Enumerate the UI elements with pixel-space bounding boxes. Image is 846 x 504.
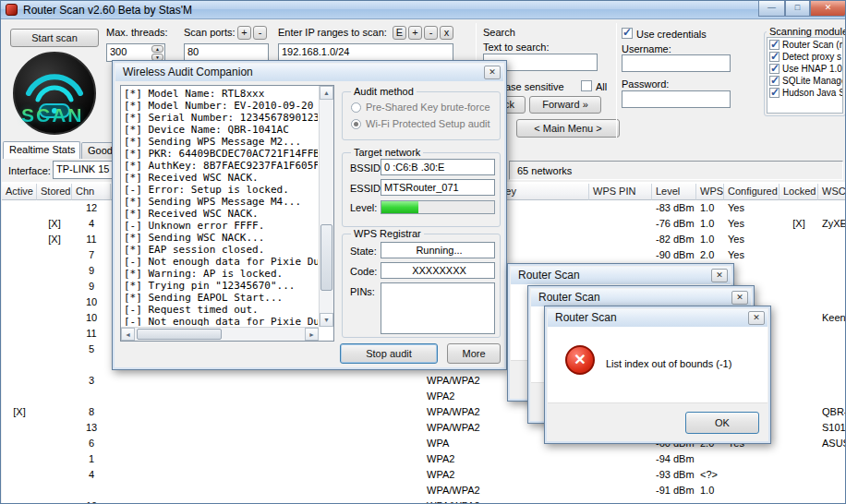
case-sensitive-label: Case sensitive [498, 81, 564, 92]
cell-wsc: QBR-1 [818, 404, 846, 420]
pins-input[interactable] [381, 282, 495, 334]
cell-wsc: S1010 [818, 420, 846, 436]
cell-security: WPA2 [423, 451, 495, 467]
search-forward-button[interactable]: Forward » [529, 96, 601, 114]
module-checkbox[interactable] [769, 40, 780, 50]
table-row[interactable]: WPA/WPA2-91 dBm1.0 [2, 483, 846, 498]
code-label: Code: [350, 266, 377, 277]
ip-clear-button[interactable]: x [440, 26, 453, 40]
audit-dialog-title[interactable]: Wireless Audit Companion [115, 64, 503, 81]
error-dialog-title[interactable]: Router Scan [511, 267, 731, 284]
audit-method-title: Audit method [351, 86, 417, 97]
minimize-button[interactable]: — [758, 1, 785, 17]
column-header-active[interactable]: Active [2, 184, 37, 200]
ip-edit-button[interactable]: E [393, 26, 406, 40]
state-value: Running... [381, 242, 495, 258]
level-progress-fill [381, 201, 418, 213]
cell-chn: 4 [72, 216, 111, 232]
table-row[interactable]: 1WPA2-94 dBm [2, 451, 846, 467]
psk-bruteforce-radio[interactable] [351, 102, 361, 113]
table-row[interactable]: 10WPA/WPA2 [2, 498, 846, 504]
error-dialog-title[interactable]: Router Scan [531, 289, 751, 306]
hscroll-thumb[interactable] [137, 329, 222, 340]
title-bar[interactable]: Router Scan v2.60 Beta by Stas'M — □ ✕ [1, 1, 845, 19]
essid-label: ESSID: [350, 183, 383, 194]
port-add-button[interactable]: + [237, 26, 251, 40]
threads-spin-up[interactable]: ▲ [151, 45, 163, 53]
ip-add-button[interactable]: + [408, 26, 422, 40]
log-hscrollbar[interactable]: ◄ ► [121, 327, 319, 341]
cell-chn: 13 [72, 420, 111, 436]
error-ok-button[interactable]: OK [685, 412, 759, 434]
column-header-chn[interactable]: Chn [72, 184, 111, 200]
state-label: State: [350, 246, 377, 257]
module-checkbox[interactable] [769, 88, 780, 98]
app-icon [6, 4, 18, 16]
use-credentials-checkbox[interactable] [622, 28, 633, 39]
essid-input[interactable]: MTSRouter_071 [381, 179, 495, 196]
password-input[interactable] [622, 90, 731, 108]
cell-wps: 1.0 [696, 232, 724, 247]
target-network-title: Target network [351, 147, 423, 158]
cell-security: WPA/WPA2 [423, 498, 495, 504]
error-dialog-close-icon[interactable]: ✕ [748, 311, 765, 325]
module-checkbox[interactable] [769, 52, 780, 62]
log-vscrollbar[interactable]: ▲ ▼ [319, 86, 333, 327]
tab-realtime-stats[interactable]: Realtime Stats [3, 141, 80, 159]
redaction-blur [221, 487, 289, 504]
scan-ports-input[interactable]: 80 [184, 43, 269, 62]
table-row[interactable]: 4WPA2-93 dBm<?> [2, 467, 846, 483]
scanning-modules-title: Scanning modules [767, 26, 846, 37]
psk-bruteforce-label: Pre-Shared Key brute-force [366, 102, 490, 113]
ip-ranges-input[interactable]: 192.168.1.0/24 [278, 43, 453, 62]
text-to-search-label: Text to search: [483, 42, 550, 53]
pins-label: PINs: [350, 286, 375, 297]
wps-audit-radio[interactable] [351, 119, 361, 129]
main-menu-button[interactable]: < Main Menu > [516, 119, 620, 138]
column-header-level[interactable]: Level [652, 184, 696, 200]
cell-chn: 12 [72, 200, 111, 216]
error-dialog-title[interactable]: Router Scan [548, 309, 767, 327]
column-header-key[interactable]: Key [495, 184, 589, 200]
start-scan-button[interactable]: Start scan [10, 29, 99, 47]
ip-remove-button[interactable]: - [424, 26, 438, 40]
module-checkbox[interactable] [769, 64, 780, 74]
column-header-configured[interactable]: Configured [724, 184, 780, 200]
scroll-up-icon[interactable]: ▲ [320, 86, 333, 100]
window-title: Router Scan v2.60 Beta by Stas'M [23, 4, 192, 17]
username-input[interactable] [622, 54, 731, 72]
scroll-left-icon[interactable]: ◄ [121, 328, 135, 341]
cell-level: -94 dBm [652, 451, 696, 467]
scroll-right-icon[interactable]: ► [305, 328, 319, 341]
ip-ranges-label: Enter IP ranges to scan: [278, 27, 387, 38]
error-dialog-close-icon[interactable]: ✕ [711, 269, 728, 282]
audit-dialog-close-icon[interactable]: ✕ [484, 66, 501, 79]
port-remove-button[interactable]: - [253, 26, 267, 40]
stop-audit-button[interactable]: Stop audit [340, 343, 438, 364]
module-item[interactable]: Hudson Java S [767, 88, 842, 100]
column-header-wps[interactable]: WPS [696, 184, 724, 200]
cell-wps: 2.0 [696, 247, 724, 263]
cell-chn: 10 [72, 498, 111, 504]
column-header-wpspin[interactable]: WPS PIN [589, 184, 652, 200]
bssid-input[interactable]: 0 :C6:B .30:E [381, 159, 495, 175]
modules-list[interactable]: Router Scan (mDetect proxy sUse HNAP 1.0… [767, 37, 843, 114]
column-header-locked[interactable]: Locked [780, 184, 818, 200]
module-checkbox[interactable] [769, 76, 780, 86]
wireless-audit-dialog: Wireless Audit Companion ✕ [*] Model Nam… [112, 60, 507, 370]
search-all-checkbox[interactable] [581, 80, 592, 91]
maximize-button[interactable]: □ [785, 1, 810, 17]
password-label: Password: [622, 78, 669, 90]
scroll-down-icon[interactable]: ▼ [320, 313, 333, 327]
audit-log-text: [*] Model Name: RTL8xxx [*] Model Number… [124, 88, 318, 326]
more-button[interactable]: More [447, 343, 501, 364]
column-header-wsc[interactable]: WSC Name [818, 184, 846, 200]
vscroll-thumb[interactable] [320, 224, 332, 291]
audit-log-box[interactable]: [*] Model Name: RTL8xxx [*] Model Number… [120, 85, 334, 342]
cell-configured: Yes [724, 232, 780, 247]
close-button[interactable]: ✕ [810, 1, 846, 17]
scan-logo-text: SCAN [21, 104, 84, 126]
bssid-label: BSSID: [350, 162, 383, 174]
column-header-stored[interactable]: Stored [37, 184, 72, 200]
error-dialog-close-icon[interactable]: ✕ [731, 291, 748, 305]
